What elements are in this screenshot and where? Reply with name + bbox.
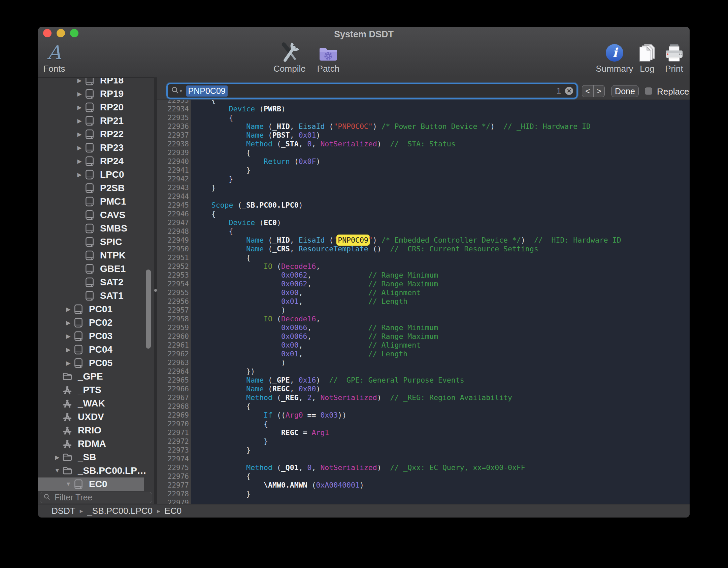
sidebar-item-GBE1[interactable]: GBE1 bbox=[38, 262, 154, 276]
sidebar-item-label: SPIC bbox=[100, 237, 122, 247]
line-number: 22957 bbox=[157, 306, 191, 315]
code-lines[interactable]: { Device (PWRB) { Name (_HID, EisaId ("P… bbox=[191, 100, 690, 504]
line-number: 22947 bbox=[157, 218, 191, 227]
sidebar-item-RP22[interactable]: ▶RP22 bbox=[38, 128, 154, 141]
code-line: 0x0062, // Range Maximum bbox=[194, 280, 690, 288]
code-line: IO (Decode16, bbox=[194, 315, 690, 323]
device-icon bbox=[85, 250, 95, 261]
disclosure-collapsed-icon[interactable]: ▶ bbox=[75, 117, 84, 125]
line-number: 22954 bbox=[157, 280, 191, 288]
sidebar-item-P2SB[interactable]: P2SB bbox=[38, 181, 154, 195]
search-icon[interactable] bbox=[171, 86, 179, 96]
sidebar-scrollbar-thumb[interactable] bbox=[146, 270, 151, 349]
disclosure-collapsed-icon[interactable]: ▶ bbox=[75, 158, 84, 165]
sidebar-item-_GPE[interactable]: _GPE bbox=[38, 370, 154, 383]
device-icon bbox=[73, 478, 84, 490]
sidebar-item-_SB[interactable]: ▶_SB bbox=[38, 451, 154, 464]
sidebar-item-SAT2[interactable]: SAT2 bbox=[38, 276, 154, 289]
sidebar-item-PC03[interactable]: ▶PC03 bbox=[38, 329, 154, 343]
disclosure-collapsed-icon[interactable]: ▶ bbox=[75, 171, 84, 178]
sidebar-item-RP18[interactable]: ▶RP18 bbox=[38, 77, 154, 87]
split-handle-icon[interactable] bbox=[154, 289, 157, 292]
disclosure-collapsed-icon[interactable]: ▶ bbox=[64, 346, 73, 353]
sidebar-item-RP21[interactable]: ▶RP21 bbox=[38, 114, 154, 128]
code-line: \AMW0.AMWN (0xA0040001) bbox=[194, 481, 690, 490]
sidebar-item-PC05[interactable]: ▶PC05 bbox=[38, 356, 154, 370]
sidebar-item-RRIO[interactable]: RRIO bbox=[38, 424, 154, 437]
line-number: 22978 bbox=[157, 490, 191, 498]
disclosure-expanded-icon[interactable]: ▼ bbox=[53, 467, 62, 474]
sidebar-item-PC02[interactable]: ▶PC02 bbox=[38, 316, 154, 329]
sidebar-item-_SB.PC00.LP…[interactable]: ▼_SB.PC00.LP… bbox=[38, 464, 154, 477]
sidebar-item-RP24[interactable]: ▶RP24 bbox=[38, 154, 154, 168]
sidebar-item-SAT1[interactable]: SAT1 bbox=[38, 289, 154, 303]
find-previous-button[interactable]: < bbox=[582, 85, 594, 97]
disclosure-collapsed-icon[interactable]: ▶ bbox=[64, 333, 73, 340]
sidebar-item-RP23[interactable]: ▶RP23 bbox=[38, 141, 154, 154]
code-line: If ((Arg0 == 0x03)) bbox=[194, 411, 690, 420]
sidebar-item-SMBS[interactable]: SMBS bbox=[38, 222, 154, 235]
sidebar-item-LPC0[interactable]: ▶LPC0 bbox=[38, 168, 154, 181]
disclosure-collapsed-icon[interactable]: ▶ bbox=[64, 306, 73, 313]
folder-icon bbox=[62, 452, 72, 463]
toolbar-label: Print bbox=[665, 64, 683, 74]
clear-search-icon[interactable]: ✕ bbox=[565, 87, 573, 95]
sidebar-item-label: RP22 bbox=[100, 129, 124, 140]
code-line: } bbox=[194, 175, 690, 183]
disclosure-collapsed-icon[interactable]: ▶ bbox=[75, 77, 84, 84]
disclosure-collapsed-icon[interactable]: ▶ bbox=[64, 319, 73, 326]
sidebar-item-UXDV[interactable]: UXDV bbox=[38, 410, 154, 424]
code-line: { bbox=[194, 210, 690, 218]
find-next-button[interactable]: > bbox=[594, 85, 605, 97]
replace-checkbox[interactable] bbox=[645, 87, 652, 95]
disclosure-collapsed-icon[interactable]: ▶ bbox=[53, 454, 62, 461]
window-title: System DSDT bbox=[38, 29, 690, 40]
sidebar-item-CAVS[interactable]: CAVS bbox=[38, 208, 154, 222]
sidebar-item-label: P2SB bbox=[100, 183, 125, 193]
split-divider[interactable] bbox=[154, 77, 157, 504]
sidebar-item-_WAK[interactable]: _WAK bbox=[38, 397, 154, 410]
code-line: Device (EC0) bbox=[194, 218, 690, 227]
disclosure-collapsed-icon[interactable]: ▶ bbox=[75, 144, 84, 151]
code-line: 0x00, // Alignment bbox=[194, 288, 690, 297]
sidebar-item-RP19[interactable]: ▶RP19 bbox=[38, 87, 154, 101]
sidebar-item-label: _WAK bbox=[78, 398, 105, 409]
toolbar-item-print[interactable]: Print bbox=[651, 41, 690, 74]
sidebar-item-PMC1[interactable]: PMC1 bbox=[38, 195, 154, 208]
search-input[interactable]: ▾ PNP0C09 1 ✕ bbox=[168, 84, 576, 98]
toolbar-item-patch[interactable]: Patch bbox=[305, 41, 352, 74]
method-icon bbox=[62, 411, 72, 423]
breadcrumb-item[interactable]: EC0 bbox=[165, 506, 182, 516]
disclosure-expanded-icon[interactable]: ▼ bbox=[64, 481, 73, 488]
method-icon bbox=[62, 384, 72, 396]
sidebar-item-label: RP23 bbox=[100, 142, 124, 153]
filter-tree-input[interactable] bbox=[54, 492, 148, 503]
code-line bbox=[194, 192, 690, 201]
sidebar-item-NTPK[interactable]: NTPK bbox=[38, 249, 154, 262]
code-line: } bbox=[194, 183, 690, 192]
code-editor[interactable]: 2293322934229352293622937229382293922940… bbox=[157, 100, 690, 504]
line-number: 22950 bbox=[157, 245, 191, 253]
sidebar-item-PC04[interactable]: ▶PC04 bbox=[38, 343, 154, 356]
disclosure-collapsed-icon[interactable]: ▶ bbox=[75, 91, 84, 98]
disclosure-collapsed-icon[interactable]: ▶ bbox=[75, 131, 84, 138]
done-button[interactable]: Done bbox=[611, 85, 639, 97]
sidebar-item-_PTS[interactable]: _PTS bbox=[38, 383, 154, 397]
sidebar-item-label: RP18 bbox=[100, 77, 124, 86]
sidebar-item-SPIC[interactable]: SPIC bbox=[38, 235, 154, 249]
disclosure-collapsed-icon[interactable]: ▶ bbox=[64, 360, 73, 367]
disclosure-collapsed-icon[interactable]: ▶ bbox=[75, 104, 84, 111]
code-line: ) bbox=[194, 358, 690, 367]
toolbar-item-fonts[interactable]: A Fonts bbox=[38, 41, 78, 74]
sidebar-item-RP20[interactable]: ▶RP20 bbox=[38, 101, 154, 114]
search-menu-chevron-icon[interactable]: ▾ bbox=[180, 88, 182, 94]
code-line: 0x00, // Alignment bbox=[194, 341, 690, 350]
sidebar-item-PC01[interactable]: ▶PC01 bbox=[38, 303, 154, 316]
breadcrumb-item[interactable]: _SB.PC00.LPC0 bbox=[87, 506, 153, 516]
device-icon bbox=[85, 88, 95, 100]
line-number: 22961 bbox=[157, 341, 191, 350]
line-number: 22967 bbox=[157, 393, 191, 402]
sidebar-item-RDMA[interactable]: RDMA bbox=[38, 437, 154, 451]
sidebar-item-EC0[interactable]: ▼EC0 bbox=[38, 477, 154, 491]
breadcrumb-item[interactable]: DSDT bbox=[52, 506, 75, 516]
